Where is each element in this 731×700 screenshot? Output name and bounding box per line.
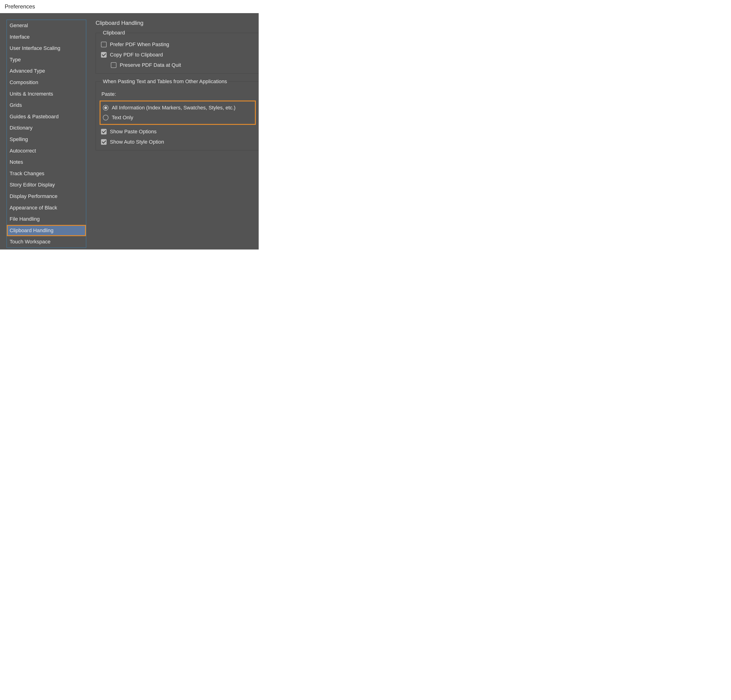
checkbox-label: Show Auto Style Option	[110, 139, 164, 145]
radio-icon	[103, 115, 109, 120]
sidebar-item-label: Track Changes	[10, 170, 44, 176]
sidebar-item-interface[interactable]: Interface	[7, 31, 86, 43]
sidebar-item-label: File Handling	[10, 216, 40, 222]
checkbox-label: Prefer PDF When Pasting	[110, 41, 169, 48]
sidebar-item-dictionary[interactable]: Dictionary	[7, 122, 86, 134]
sidebar-item-label: Clipboard Handling	[10, 227, 53, 233]
sidebar-item-appearance-of-black[interactable]: Appearance of Black	[7, 202, 86, 214]
sidebar-item-guides-pasteboard[interactable]: Guides & Pasteboard	[7, 111, 86, 123]
radio-text-only[interactable]: Text Only	[103, 114, 252, 121]
sidebar-item-story-editor-display[interactable]: Story Editor Display	[7, 179, 86, 191]
sidebar-item-label: Composition	[10, 79, 38, 85]
option-copy-pdf[interactable]: Copy PDF to Clipboard	[101, 52, 254, 58]
radio-label: Text Only	[112, 114, 133, 121]
window-title: Preferences	[0, 0, 259, 13]
sidebar-item-label: Units & Increments	[10, 91, 53, 97]
sidebar-item-clipboard-handling[interactable]: Clipboard Handling	[7, 225, 86, 236]
checkbox-icon	[101, 129, 107, 135]
sidebar-item-label: Story Editor Display	[10, 182, 55, 188]
checkbox-icon	[101, 139, 107, 145]
content-area: General Interface User Interface Scaling…	[0, 13, 259, 249]
checkbox-label: Copy PDF to Clipboard	[110, 52, 163, 58]
checkbox-label: Preserve PDF Data at Quit	[120, 62, 181, 68]
group-legend: Clipboard	[101, 30, 126, 36]
paste-group: When Pasting Text and Tables from Other …	[95, 82, 259, 150]
radio-all-information[interactable]: All Information (Index Markers, Swatches…	[103, 105, 252, 111]
checkbox-icon	[111, 62, 116, 68]
sidebar-item-label: Guides & Pasteboard	[10, 114, 59, 119]
sidebar-item-label: Spelling	[10, 136, 28, 142]
sidebar-item-label: General	[10, 22, 28, 28]
preferences-window: Preferences General Interface User Inter…	[0, 0, 259, 249]
option-show-paste-options[interactable]: Show Paste Options	[101, 129, 254, 135]
sidebar-item-general[interactable]: General	[7, 20, 86, 31]
sidebar-item-notes[interactable]: Notes	[7, 157, 86, 168]
radio-icon	[103, 105, 109, 111]
sidebar-item-grids[interactable]: Grids	[7, 100, 86, 111]
sidebar-item-units-increments[interactable]: Units & Increments	[7, 88, 86, 100]
sidebar-item-label: Dictionary	[10, 125, 32, 131]
paste-label: Paste:	[101, 91, 254, 97]
sidebar-item-composition[interactable]: Composition	[7, 77, 86, 88]
option-prefer-pdf[interactable]: Prefer PDF When Pasting	[101, 41, 254, 48]
category-sidebar: General Interface User Interface Scaling…	[7, 20, 86, 248]
sidebar-item-label: Autocorrect	[10, 148, 36, 154]
sidebar-item-label: Notes	[10, 159, 23, 165]
sidebar-item-label: Appearance of Black	[10, 205, 57, 211]
option-preserve-pdf[interactable]: Preserve PDF Data at Quit	[101, 62, 254, 68]
sidebar-item-type[interactable]: Type	[7, 54, 86, 66]
sidebar-item-ui-scaling[interactable]: User Interface Scaling	[7, 43, 86, 54]
sidebar-item-label: Display Performance	[10, 193, 57, 199]
sidebar-item-autocorrect[interactable]: Autocorrect	[7, 145, 86, 157]
sidebar-item-label: Type	[10, 57, 21, 63]
sidebar-item-label: Advanced Type	[10, 68, 45, 74]
sidebar-item-label: Interface	[10, 34, 30, 40]
sidebar-item-file-handling[interactable]: File Handling	[7, 213, 86, 225]
sidebar-item-spelling[interactable]: Spelling	[7, 134, 86, 145]
group-legend: When Pasting Text and Tables from Other …	[101, 78, 228, 85]
option-show-auto-style[interactable]: Show Auto Style Option	[101, 139, 254, 145]
paste-radio-highlight: All Information (Index Markers, Swatches…	[100, 100, 256, 125]
settings-panel: Clipboard Handling Clipboard Prefer PDF …	[95, 20, 259, 249]
sidebar-item-label: Touch Workspace	[10, 239, 50, 245]
sidebar-item-track-changes[interactable]: Track Changes	[7, 168, 86, 179]
checkbox-icon	[101, 42, 107, 47]
sidebar-item-label: User Interface Scaling	[10, 45, 60, 51]
clipboard-group: Clipboard Prefer PDF When Pasting Copy P…	[95, 33, 259, 73]
sidebar-item-label: Grids	[10, 102, 22, 108]
checkbox-icon	[101, 52, 107, 58]
panel-title: Clipboard Handling	[95, 20, 259, 26]
sidebar-item-display-performance[interactable]: Display Performance	[7, 191, 86, 202]
checkbox-label: Show Paste Options	[110, 129, 157, 135]
sidebar-item-touch-workspace[interactable]: Touch Workspace	[7, 236, 86, 248]
radio-label: All Information (Index Markers, Swatches…	[112, 105, 235, 111]
sidebar-item-advanced-type[interactable]: Advanced Type	[7, 65, 86, 77]
